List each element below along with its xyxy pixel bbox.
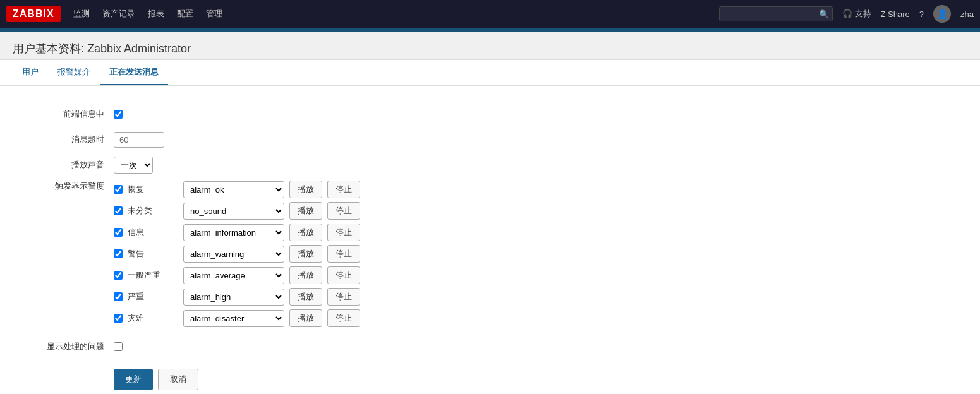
play-sound-row: 播放声音 一次 循环 10秒 [13, 155, 967, 174]
severity-select-warning[interactable]: alarm_warning [183, 246, 284, 263]
user-avatar[interactable]: 👤 [933, 5, 951, 23]
severity-select-information[interactable]: alarm_information [183, 224, 284, 241]
severity-row-unclassified: 未分类 no_sound 播放 停止 [114, 202, 360, 220]
frontend-messaging-row: 前端信息中 [13, 105, 967, 124]
stop-btn-recovery[interactable]: 停止 [327, 181, 360, 198]
severity-checkbox-unclassified[interactable] [114, 206, 123, 215]
play-sound-control: 一次 循环 10秒 [114, 157, 153, 174]
message-timeout-control [114, 132, 164, 148]
severity-rows-container: 恢复 alarm_ok 播放 停止 未分类 no_sound 播放 停止 [114, 181, 360, 331]
show-resolved-checkbox[interactable] [114, 342, 123, 351]
tab-bar: 用户 报警媒介 正在发送消息 [0, 60, 980, 86]
trigger-severity-header-row: 触发器示警度 恢复 alarm_ok 播放 停止 未分类 [13, 181, 967, 331]
search-wrapper: 🔍 [719, 6, 833, 21]
play-btn-disaster[interactable]: 播放 [289, 309, 322, 327]
support-link[interactable]: 🎧 支持 [842, 8, 871, 20]
stop-btn-average[interactable]: 停止 [327, 266, 360, 284]
show-resolved-label: 显示处理的问题 [13, 341, 114, 352]
cancel-button[interactable]: 取消 [158, 369, 198, 390]
tab-messaging[interactable]: 正在发送消息 [100, 60, 168, 85]
message-timeout-row: 消息超时 [13, 130, 967, 149]
nav-item-monitor[interactable]: 监测 [73, 8, 90, 20]
severity-select-disaster[interactable]: alarm_disaster [183, 310, 284, 327]
nav-item-assets[interactable]: 资产记录 [102, 8, 135, 20]
severity-checkbox-high[interactable] [114, 292, 123, 301]
tab-alert-media[interactable]: 报警媒介 [48, 60, 100, 85]
nav-menu: 监测 资产记录 报表 配置 管理 [73, 8, 222, 20]
stop-btn-information[interactable]: 停止 [327, 224, 360, 241]
severity-select-recovery[interactable]: alarm_ok [183, 181, 284, 198]
severity-row-average: 一般严重 alarm_average 播放 停止 [114, 266, 360, 284]
nav-item-admin[interactable]: 管理 [206, 8, 222, 20]
page-header: 用户基本资料: Zabbix Administrator [0, 32, 980, 60]
share-link[interactable]: Z Share [881, 9, 910, 19]
severity-label-recovery: 恢复 [128, 184, 178, 195]
play-btn-high[interactable]: 播放 [289, 288, 322, 306]
severity-select-high[interactable]: alarm_high [183, 289, 284, 306]
severity-checkbox-warning[interactable] [114, 249, 123, 258]
severity-label-disaster: 灾难 [128, 313, 178, 324]
severity-checkbox-disaster[interactable] [114, 314, 123, 323]
severity-row-recovery: 恢复 alarm_ok 播放 停止 [114, 181, 360, 198]
action-buttons: 更新 取消 [114, 369, 967, 390]
form-section: 前端信息中 消息超时 播放声音 一次 循环 10秒 [13, 98, 967, 394]
stop-btn-warning[interactable]: 停止 [327, 245, 360, 263]
severity-row-high: 严重 alarm_high 播放 停止 [114, 288, 360, 306]
severity-row-disaster: 灾难 alarm_disaster 播放 停止 [114, 309, 360, 327]
severity-row-information: 信息 alarm_information 播放 停止 [114, 224, 360, 241]
severity-label-high: 严重 [128, 291, 178, 302]
severity-row-warning: 警告 alarm_warning 播放 停止 [114, 245, 360, 263]
top-navigation: ZABBIX 监测 资产记录 报表 配置 管理 🔍 🎧 支持 Z Share ?… [0, 0, 980, 28]
update-button[interactable]: 更新 [114, 369, 153, 390]
severity-checkbox-average[interactable] [114, 271, 123, 280]
trigger-severity-label: 触发器示警度 [13, 181, 114, 192]
help-icon[interactable]: ? [919, 9, 924, 19]
frontend-messaging-control [114, 110, 123, 119]
message-timeout-label: 消息超时 [13, 134, 114, 145]
play-sound-select[interactable]: 一次 循环 10秒 [114, 157, 153, 174]
nav-item-reports[interactable]: 报表 [148, 8, 164, 20]
frontend-messaging-label: 前端信息中 [13, 109, 114, 120]
tab-user[interactable]: 用户 [13, 60, 48, 85]
play-btn-unclassified[interactable]: 播放 [289, 202, 322, 220]
zabbix-logo: ZABBIX [6, 6, 61, 22]
severity-select-average[interactable]: alarm_average [183, 267, 284, 284]
severity-label-average: 一般严重 [128, 270, 178, 281]
severity-label-information: 信息 [128, 227, 178, 238]
main-content: 前端信息中 消息超时 播放声音 一次 循环 10秒 [0, 86, 980, 394]
play-sound-label: 播放声音 [13, 159, 114, 170]
severity-checkbox-recovery[interactable] [114, 185, 123, 194]
play-btn-recovery[interactable]: 播放 [289, 181, 322, 198]
severity-checkbox-information[interactable] [114, 228, 123, 237]
stop-btn-high[interactable]: 停止 [327, 288, 360, 306]
message-timeout-input[interactable] [114, 132, 164, 148]
show-resolved-row: 显示处理的问题 [13, 337, 967, 356]
severity-label-unclassified: 未分类 [128, 205, 178, 217]
show-resolved-control [114, 342, 123, 351]
page-title: 用户基本资料: Zabbix Administrator [13, 42, 191, 55]
search-input[interactable] [719, 6, 833, 21]
severity-label-warning: 警告 [128, 248, 178, 260]
search-icon[interactable]: 🔍 [819, 9, 829, 19]
nav-item-config[interactable]: 配置 [177, 8, 193, 20]
stop-btn-unclassified[interactable]: 停止 [327, 202, 360, 220]
nav-right: 🔍 🎧 支持 Z Share ? 👤 zha [719, 5, 974, 23]
frontend-messaging-checkbox[interactable] [114, 110, 123, 119]
severity-select-unclassified[interactable]: no_sound [183, 203, 284, 220]
play-btn-average[interactable]: 播放 [289, 266, 322, 284]
play-btn-warning[interactable]: 播放 [289, 245, 322, 263]
play-btn-information[interactable]: 播放 [289, 224, 322, 241]
username-label: zha [960, 9, 974, 19]
stop-btn-disaster[interactable]: 停止 [327, 309, 360, 327]
